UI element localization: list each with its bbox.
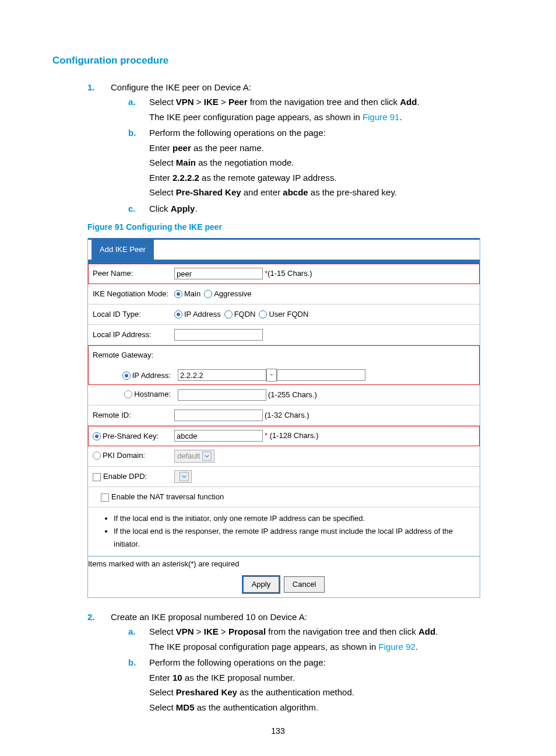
local-ip-input[interactable] [174, 329, 263, 341]
step-1a: a. Select VPN > IKE > Peer from the navi… [128, 94, 504, 124]
local-id-type-label: Local ID Type: [93, 308, 174, 321]
checkbox-icon[interactable] [93, 473, 101, 481]
step-2-marker: 2. [87, 610, 95, 625]
row-peer-name: Peer Name: *(1-15 Chars.) [88, 264, 480, 284]
peer-name-input[interactable] [174, 268, 263, 279]
remote-ip-label-wrap: IP Address: [93, 369, 178, 382]
remote-gateway-label: Remote Gateway: [93, 349, 174, 362]
radio-ip-address[interactable]: IP Address [174, 308, 221, 321]
step-1c: c. Click Apply. [128, 201, 504, 216]
radio-psk[interactable]: Pre-Shared Key: [93, 430, 159, 443]
note-1: If the local end is the initiator, only … [114, 512, 462, 525]
remote-hostname-label-wrap: Hostname: [93, 388, 178, 402]
row-dpd: Enable DPD: [88, 467, 480, 487]
step-1a-line2: The IKE peer configuration page appears,… [149, 110, 504, 125]
step-1b: b. Perform the following operations on t… [128, 125, 504, 200]
remote-id-hint: (1-32 Chars.) [265, 409, 309, 422]
apply-button[interactable]: Apply [243, 576, 280, 593]
row-local-ip: Local IP Address: [88, 325, 480, 345]
page-number: 133 [0, 724, 556, 738]
cancel-button[interactable]: Cancel [284, 576, 325, 593]
radio-dot-icon [124, 390, 132, 398]
section-heading: Configuration procedure [52, 52, 504, 69]
peer-name-label: Peer Name: [93, 267, 174, 280]
remote-ip-input[interactable] [178, 369, 266, 381]
remote-id-input[interactable] [174, 410, 263, 421]
step-2a-marker: a. [128, 624, 136, 639]
figure-91-link[interactable]: Figure 91 [363, 112, 399, 122]
tab-row: Add IKE Peer [88, 238, 480, 260]
row-remote-gateway: Remote Gateway: [88, 345, 480, 365]
row-local-id-type: Local ID Type: IP Address FQDN User FQDN [88, 304, 480, 325]
step-2a-line2: The IKE proposal configuration page appe… [149, 639, 504, 654]
ip-range-sep[interactable]: - [266, 369, 277, 382]
local-ip-label: Local IP Address: [93, 328, 174, 341]
step-2a: a. Select VPN > IKE > Proposal from the … [128, 624, 504, 654]
row-psk: Pre-Shared Key: * (1-128 Chars.) [88, 426, 480, 446]
step-2b: b. Perform the following operations on t… [128, 655, 504, 715]
note-2: If the local end is the responser, the r… [114, 525, 462, 551]
step-2b-marker: b. [128, 655, 136, 670]
pki-select-value: default [177, 450, 200, 463]
radio-main[interactable]: Main [174, 288, 200, 300]
row-neg-mode: IKE Negotiation Mode: Main Aggressive [88, 284, 480, 304]
dpd-select[interactable] [174, 470, 192, 483]
psk-label-wrap: Pre-Shared Key: [93, 429, 174, 443]
step-1b-marker: b. [128, 125, 136, 141]
notes-block: If the local end is the initiator, only … [88, 508, 480, 555]
remote-hostname-input[interactable] [178, 389, 266, 401]
figure-91-caption: Figure 91 Configuring the IKE peer [87, 220, 504, 235]
radio-user-fqdn[interactable]: User FQDN [259, 308, 308, 321]
radio-dot-icon [93, 452, 101, 460]
step-1c-marker: c. [128, 201, 136, 216]
pki-select[interactable]: default [174, 450, 214, 463]
neg-mode-label: IKE Negotiation Mode: [93, 288, 174, 300]
radio-dot-icon [259, 310, 267, 318]
psk-hint: * (1-128 Chars.) [265, 429, 318, 442]
radio-dot-icon [122, 372, 131, 380]
radio-remote-hostname[interactable]: Hostname: [124, 388, 171, 401]
row-pki: PKI Domain: default [88, 446, 480, 467]
radio-dot-icon [204, 290, 212, 298]
button-row: Apply Cancel [88, 574, 480, 597]
row-remote-hostname: Hostname: (1-255 Chars.) [88, 385, 480, 405]
step-1a-marker: a. [128, 94, 136, 110]
peer-name-hint: *(1-15 Chars.) [265, 267, 312, 280]
step-1-marker: 1. [87, 80, 95, 95]
required-note: Items marked with an asterisk(*) are req… [88, 556, 480, 574]
chevron-down-icon [202, 452, 212, 461]
tab-add-ike-peer[interactable]: Add IKE Peer [92, 240, 154, 260]
dpd-label-wrap: Enable DPD: [93, 470, 174, 483]
step-1: 1. Configure the IKE peer on Device A: a… [87, 80, 504, 216]
radio-fqdn[interactable]: FQDN [224, 308, 256, 321]
radio-remote-ip[interactable]: IP Address: [122, 369, 171, 382]
blue-bar [88, 260, 480, 264]
chevron-down-icon [180, 472, 189, 481]
radio-pki[interactable]: PKI Domain: [93, 449, 145, 462]
pki-label-wrap: PKI Domain: [93, 449, 174, 464]
step-2-text: Create an IKE proposal numbered 10 on De… [111, 612, 307, 622]
figure-91-screenshot: Add IKE Peer Peer Name: *(1-15 Chars.) I… [87, 238, 480, 598]
step-1-text: Configure the IKE peer on Device A: [111, 82, 251, 92]
remote-ip-input-2[interactable] [277, 369, 365, 381]
row-remote-id: Remote ID: (1-32 Chars.) [88, 405, 480, 426]
radio-dot-icon [174, 290, 182, 298]
radio-aggressive[interactable]: Aggressive [204, 288, 251, 300]
step-2: 2. Create an IKE proposal numbered 10 on… [87, 610, 504, 715]
remote-id-label: Remote ID: [93, 409, 174, 422]
figure-92-link[interactable]: Figure 92 [379, 642, 416, 652]
radio-dot-icon [93, 432, 101, 440]
psk-input[interactable] [174, 430, 263, 442]
radio-dot-icon [224, 310, 233, 318]
nat-label-wrap: Enable the NAT traversal function [93, 491, 224, 503]
checkbox-icon[interactable] [101, 494, 109, 502]
row-nat: Enable the NAT traversal function [88, 487, 480, 508]
row-remote-ip: IP Address: - [88, 365, 480, 385]
remote-hostname-hint: (1-255 Chars.) [268, 388, 317, 401]
radio-dot-icon [174, 310, 182, 318]
